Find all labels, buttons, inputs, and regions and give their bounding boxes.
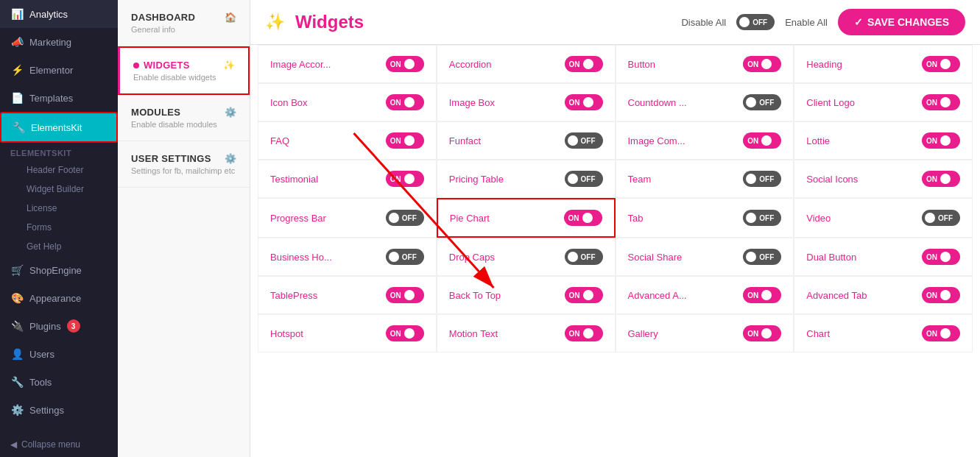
toggle-off-label: OFF xyxy=(579,253,597,261)
widget-toggle[interactable]: ON xyxy=(743,287,781,303)
toggle-knob xyxy=(940,174,951,184)
widget-toggle[interactable]: ON xyxy=(386,94,424,110)
widget-toggle[interactable]: ON xyxy=(922,94,960,110)
mid-item-dashboard[interactable]: DASHBOARD 🏠 General info xyxy=(118,0,250,46)
widget-toggle[interactable]: ON xyxy=(565,56,603,72)
toggle-knob xyxy=(404,97,415,107)
widget-toggle[interactable]: ON xyxy=(565,94,603,110)
widget-cell: Business Ho...OFF xyxy=(258,238,437,276)
widget-name: Testimonial xyxy=(270,174,318,185)
widget-name: Image Accor... xyxy=(270,59,331,70)
widget-toggle[interactable]: ON xyxy=(922,249,960,265)
widget-cell: FAQON xyxy=(258,121,437,160)
appearance-icon: 🎨 xyxy=(10,291,24,305)
plugins-badge: 3 xyxy=(67,319,80,333)
save-changes-button[interactable]: ✓ SAVE CHANGES xyxy=(838,9,965,35)
sidebar-item-users[interactable]: 👤 Users xyxy=(0,340,118,368)
sidebar-item-templates[interactable]: 📄 Templates xyxy=(0,84,118,112)
sidebar-item-elementskit[interactable]: 🔧 ElementsKit xyxy=(0,112,118,143)
toggle-knob xyxy=(583,290,593,300)
widget-cell: ButtonON xyxy=(616,45,794,83)
widget-cell: Dual ButtonON xyxy=(794,238,973,276)
toggle-knob xyxy=(940,290,951,300)
sidebar-item-shopengine[interactable]: 🛒 ShopEngine xyxy=(0,256,118,284)
toggle-knob xyxy=(404,290,415,300)
sidebar-item-settings[interactable]: ⚙️ Settings xyxy=(0,396,118,424)
widget-toggle[interactable]: OFF xyxy=(743,94,781,110)
widget-toggle[interactable]: OFF xyxy=(743,210,781,226)
toggle-knob xyxy=(389,213,399,223)
sidebar-item-tools[interactable]: 🔧 Tools xyxy=(0,368,118,396)
toggle-knob xyxy=(568,252,578,262)
widget-name: Back To Top xyxy=(449,290,501,301)
widget-cell: Image Accor...ON xyxy=(258,45,437,83)
widget-toggle[interactable]: ON xyxy=(743,56,781,72)
sidebar-sub-header-footer[interactable]: Header Footer xyxy=(0,160,118,180)
dashboard-icon: 🏠 xyxy=(225,12,236,23)
widget-toggle[interactable]: OFF xyxy=(565,171,603,187)
toggle-off-label: OFF xyxy=(758,99,775,107)
toggle-knob xyxy=(746,252,756,262)
widget-name: Motion Text xyxy=(449,328,498,339)
widget-toggle[interactable]: ON xyxy=(743,132,781,149)
sidebar-item-plugins[interactable]: 🔌 Plugins 3 xyxy=(0,312,118,340)
mid-sub-modules: Enable disable modules xyxy=(131,120,236,129)
sidebar-sub-license[interactable]: License xyxy=(0,199,118,218)
widget-toggle[interactable]: ON xyxy=(386,171,424,187)
widget-toggle[interactable]: ON xyxy=(743,325,781,341)
widget-toggle[interactable]: ON xyxy=(922,325,960,341)
widget-toggle[interactable]: OFF xyxy=(743,171,781,187)
sidebar-label-users: Users xyxy=(29,349,54,360)
widget-toggle[interactable]: ON xyxy=(922,171,960,187)
toggle-knob xyxy=(746,213,756,223)
enable-all-button[interactable]: Enable All xyxy=(785,17,828,28)
toggle-on-label: ON xyxy=(925,291,939,300)
widget-name: Button xyxy=(628,59,656,70)
widget-toggle[interactable]: ON xyxy=(922,56,960,72)
sidebar-item-elementor[interactable]: ⚡ Elementor xyxy=(0,56,118,84)
templates-icon: 📄 xyxy=(10,91,24,104)
mid-sub-user-settings: Settings for fb, mailchimp etc xyxy=(131,166,236,175)
widget-toggle[interactable]: OFF xyxy=(922,210,960,226)
collapse-menu[interactable]: ◀ Collapse menu xyxy=(0,432,118,457)
widget-toggle[interactable]: ON xyxy=(386,132,424,149)
widget-cell: TestimonialON xyxy=(258,160,437,198)
widget-toggle[interactable]: ON xyxy=(386,325,424,341)
sidebar-label-settings: Settings xyxy=(29,405,64,416)
sidebar-item-analytics[interactable]: 📊 Analytics xyxy=(0,0,118,28)
widget-toggle[interactable]: ON xyxy=(922,287,960,303)
widget-toggle[interactable]: OFF xyxy=(386,249,424,265)
shopengine-icon: 🛒 xyxy=(10,263,24,277)
page-title: Widgets xyxy=(295,12,671,32)
widget-toggle[interactable]: OFF xyxy=(386,210,424,226)
mid-item-user-settings[interactable]: USER SETTINGS ⚙️ Settings for fb, mailch… xyxy=(118,141,250,188)
sidebar-sub-forms[interactable]: Forms xyxy=(0,218,118,237)
widget-toggle[interactable]: ON xyxy=(386,56,424,72)
analytics-icon: 📊 xyxy=(10,7,24,21)
widget-toggle[interactable]: ON xyxy=(386,287,424,303)
widget-toggle[interactable]: ON xyxy=(565,287,603,303)
sidebar-label-marketing: Marketing xyxy=(29,37,71,48)
toggle-knob xyxy=(582,213,593,223)
global-toggle[interactable]: OFF xyxy=(736,14,775,30)
widget-toggle[interactable]: ON xyxy=(564,210,602,226)
widget-toggle[interactable]: OFF xyxy=(565,132,603,149)
toggle-on-label: ON xyxy=(389,60,403,68)
widget-toggle[interactable]: OFF xyxy=(743,249,781,265)
sidebar-sub-get-help[interactable]: Get Help xyxy=(0,237,118,256)
toggle-knob xyxy=(568,135,578,146)
sidebar-item-marketing[interactable]: 📣 Marketing xyxy=(0,28,118,56)
widget-cell: Advanced A...ON xyxy=(616,276,794,314)
settings-icon: ⚙️ xyxy=(10,403,24,417)
widget-toggle[interactable]: ON xyxy=(565,325,603,341)
widget-cell: LottieON xyxy=(794,121,973,160)
disable-all-button[interactable]: Disable All xyxy=(681,17,726,28)
sidebar-label-templates: Templates xyxy=(29,93,73,104)
sidebar-sub-widget-builder[interactable]: Widget Builder xyxy=(0,180,118,199)
sidebar-item-appearance[interactable]: 🎨 Appearance xyxy=(0,284,118,312)
plugins-icon: 🔌 xyxy=(10,319,24,333)
widget-toggle[interactable]: ON xyxy=(922,132,960,149)
widget-toggle[interactable]: OFF xyxy=(565,249,603,265)
mid-item-widgets[interactable]: WIDGETS ✨ Enable disable widgets xyxy=(118,46,250,95)
mid-item-modules[interactable]: MODULES ⚙️ Enable disable modules xyxy=(118,95,250,141)
